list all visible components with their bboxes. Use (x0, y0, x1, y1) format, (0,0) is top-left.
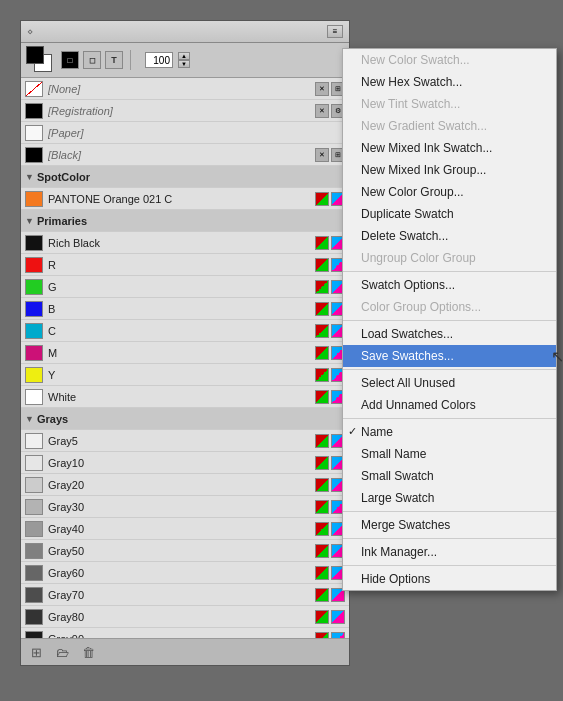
panel-container: ⋄ ≡ □ ◻ T ▲ ▼ [None] (20, 20, 350, 666)
fill-box[interactable] (26, 46, 44, 64)
grid-icon (315, 610, 329, 624)
swatch-item[interactable]: Gray30 (21, 496, 349, 518)
new-swatch-button[interactable]: ⊞ (26, 643, 46, 661)
swatch-item[interactable]: ▼Grays (21, 408, 349, 430)
grid-icon (315, 302, 329, 316)
swatch-color (25, 279, 43, 295)
menu-item[interactable]: Ink Manager... (343, 541, 556, 563)
swatch-item[interactable]: Rich Black (21, 232, 349, 254)
menu-item[interactable]: Hide Options (343, 568, 556, 590)
panel-bottom: ⊞ 🗁 🗑 (21, 638, 349, 665)
swatch-item[interactable]: ▼Primaries (21, 210, 349, 232)
menu-item[interactable]: New Mixed Ink Group... (343, 159, 556, 181)
swatch-item[interactable]: M (21, 342, 349, 364)
swatch-icons: ✕ ⚙ (315, 104, 345, 118)
menu-item-label: Delete Swatch... (361, 229, 448, 243)
menu-item[interactable]: Select All Unused (343, 372, 556, 394)
menu-item-label: Swatch Options... (361, 278, 455, 292)
swatch-item[interactable]: G (21, 276, 349, 298)
swatch-item[interactable]: R (21, 254, 349, 276)
swatch-name: Gray50 (48, 545, 311, 557)
menu-separator (343, 565, 556, 566)
swatch-item[interactable]: Gray5 (21, 430, 349, 452)
menu-separator (343, 538, 556, 539)
group-arrow: ▼ (25, 172, 34, 182)
menu-item-label: Select All Unused (361, 376, 455, 390)
menu-item-label: Small Name (361, 447, 426, 461)
swatch-color (25, 345, 43, 361)
swatch-item[interactable]: [Black] ✕ ⊞ (21, 144, 349, 166)
swatch-color (25, 367, 43, 383)
menu-item-label: Small Swatch (361, 469, 434, 483)
menu-item[interactable]: Add Unnamed Colors (343, 394, 556, 416)
swatch-list[interactable]: [None] ✕ ⊞ [Registration] ✕ ⚙ [Paper] [B… (21, 78, 349, 638)
swatch-name: Primaries (37, 215, 345, 227)
swatch-icons (315, 324, 345, 338)
swatch-name: M (48, 347, 311, 359)
paper-swatch-color (25, 125, 43, 141)
menu-item[interactable]: ✓Name (343, 421, 556, 443)
menu-item[interactable]: Duplicate Swatch (343, 203, 556, 225)
swatch-item[interactable]: Gray40 (21, 518, 349, 540)
menu-item-label: Ink Manager... (361, 545, 437, 559)
swatch-item[interactable]: Gray10 (21, 452, 349, 474)
swatch-color (25, 389, 43, 405)
swatch-icons (315, 588, 345, 602)
menu-item[interactable]: Delete Swatch... (343, 225, 556, 247)
stroke-icon[interactable]: ◻ (83, 51, 101, 69)
swatch-name: [Registration] (48, 105, 311, 117)
swatch-item[interactable]: [Registration] ✕ ⚙ (21, 100, 349, 122)
swatch-icons (315, 368, 345, 382)
menu-item[interactable]: Small Name (343, 443, 556, 465)
menu-item[interactable]: Save Swatches...↖ (343, 345, 556, 367)
swatch-name: R (48, 259, 311, 271)
x-icon: ✕ (315, 82, 329, 96)
swatch-icons (315, 280, 345, 294)
swatch-item[interactable]: Gray70 (21, 584, 349, 606)
swatch-name: PANTONE Orange 021 C (48, 193, 311, 205)
swatch-icons (315, 522, 345, 536)
swatch-name: [None] (48, 83, 311, 95)
swatch-icons: ✕ ⊞ (315, 82, 345, 96)
tint-input[interactable] (145, 52, 173, 68)
swatch-item[interactable]: White (21, 386, 349, 408)
menu-item[interactable]: Merge Swatches (343, 514, 556, 536)
menu-item[interactable]: Swatch Options... (343, 274, 556, 296)
delete-swatch-button[interactable]: 🗑 (78, 643, 98, 661)
menu-separator (343, 271, 556, 272)
tint-down-arrow[interactable]: ▼ (178, 60, 190, 68)
swatches-panel: ⋄ ≡ □ ◻ T ▲ ▼ [None] (20, 20, 350, 666)
menu-item-label: Ungroup Color Group (361, 251, 476, 265)
menu-item-label: Save Swatches... (361, 349, 454, 363)
menu-item[interactable]: New Hex Swatch... (343, 71, 556, 93)
swatch-item[interactable]: Gray60 (21, 562, 349, 584)
menu-item-label: Add Unnamed Colors (361, 398, 476, 412)
menu-item[interactable]: Large Swatch (343, 487, 556, 509)
swatch-item[interactable]: ▼SpotColor (21, 166, 349, 188)
fill-icon[interactable]: □ (61, 51, 79, 69)
none-swatch-color (25, 81, 43, 97)
toolbar-separator (130, 50, 131, 70)
swatch-item[interactable]: Gray80 (21, 606, 349, 628)
swatch-item[interactable]: Gray20 (21, 474, 349, 496)
swatch-item[interactable]: B (21, 298, 349, 320)
menu-item[interactable]: New Mixed Ink Swatch... (343, 137, 556, 159)
tint-up-arrow[interactable]: ▲ (178, 52, 190, 60)
swatch-item[interactable]: Gray90 (21, 628, 349, 638)
text-icon[interactable]: T (105, 51, 123, 69)
swatch-item[interactable]: [None] ✕ ⊞ (21, 78, 349, 100)
menu-item[interactable]: Small Swatch (343, 465, 556, 487)
swatch-item[interactable]: Gray50 (21, 540, 349, 562)
menu-separator (343, 369, 556, 370)
menu-item-label: Merge Swatches (361, 518, 450, 532)
swatch-item[interactable]: PANTONE Orange 021 C (21, 188, 349, 210)
cursor-icon: ↖ (551, 347, 563, 366)
swatch-item[interactable]: Y (21, 364, 349, 386)
menu-item[interactable]: Load Swatches... (343, 323, 556, 345)
swatch-item[interactable]: C (21, 320, 349, 342)
new-folder-button[interactable]: 🗁 (52, 643, 72, 661)
panel-menu-button[interactable]: ≡ (327, 25, 343, 38)
menu-item[interactable]: New Color Group... (343, 181, 556, 203)
menu-item-label: Duplicate Swatch (361, 207, 454, 221)
swatch-item[interactable]: [Paper] (21, 122, 349, 144)
